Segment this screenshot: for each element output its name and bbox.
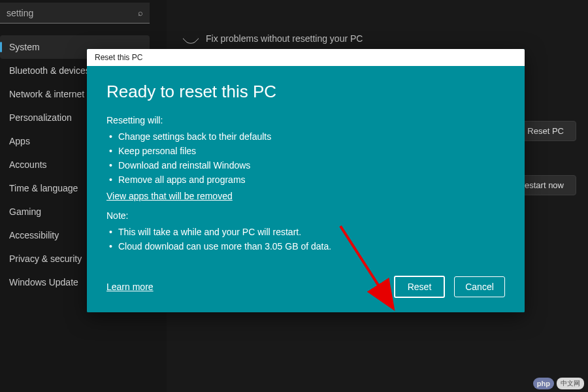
reset-pc-modal: Reset this PC Ready to reset this PC Res… — [87, 49, 525, 312]
resetting-will-label: Resetting will: — [106, 115, 505, 125]
note-label: Note: — [106, 210, 505, 221]
list-item: Cloud download can use more than 3.05 GB… — [106, 239, 505, 253]
reset-button[interactable]: Reset — [394, 276, 445, 298]
cancel-button[interactable]: Cancel — [454, 276, 505, 297]
resetting-will-list: Change settings back to their defaults K… — [106, 129, 505, 187]
cn-badge: 中文网 — [557, 378, 584, 389]
list-item: Change settings back to their defaults — [106, 129, 505, 144]
list-item: Remove all apps and programs — [106, 172, 505, 187]
modal-titlebar-label: Reset this PC — [95, 53, 142, 62]
watermark: php 中文网 — [533, 378, 584, 389]
list-item: Download and reinstall Windows — [106, 158, 505, 172]
modal-footer: Learn more Reset Cancel — [106, 257, 505, 298]
modal-heading: Ready to reset this PC — [106, 82, 505, 102]
modal-titlebar: Reset this PC — [87, 49, 525, 66]
modal-body: Ready to reset this PC Resetting will: C… — [87, 66, 525, 312]
list-item: This will take a while and your PC will … — [106, 225, 505, 239]
note-list: This will take a while and your PC will … — [106, 225, 505, 253]
php-badge: php — [533, 378, 554, 389]
list-item: Keep personal files — [106, 144, 505, 158]
view-apps-link[interactable]: View apps that will be removed — [106, 191, 233, 201]
learn-more-link[interactable]: Learn more — [106, 282, 385, 292]
